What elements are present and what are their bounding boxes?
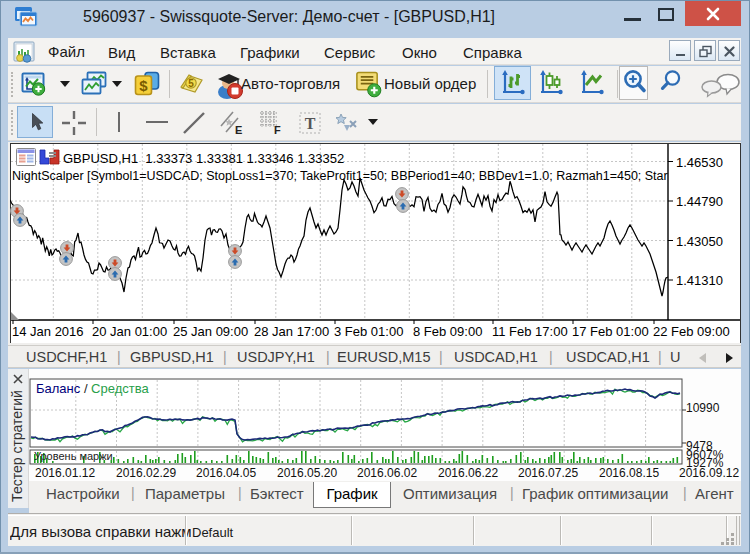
- svg-text:5: 5: [188, 78, 194, 89]
- svg-text:F: F: [274, 124, 281, 136]
- svg-text:T: T: [305, 115, 316, 132]
- svg-text:$: $: [139, 77, 148, 94]
- svg-text:E: E: [235, 124, 242, 136]
